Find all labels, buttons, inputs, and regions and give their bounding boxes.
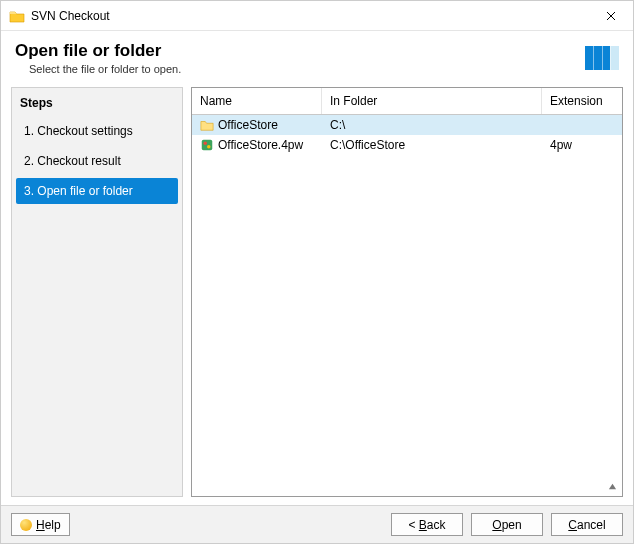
row-folder: C:\OfficeStore [322,138,542,152]
step-open-file-or-folder[interactable]: 3. Open file or folder [16,178,178,204]
steps-title: Steps [16,94,178,118]
row-name: OfficeStore.4pw [218,138,303,152]
scroll-up-icon[interactable] [605,479,620,494]
help-button-label-first: H [36,518,45,532]
column-header-folder[interactable]: In Folder [322,88,542,114]
table-row[interactable]: OfficeStore C:\ [192,115,622,135]
steps-sidebar: Steps 1. Checkout settings 2. Checkout r… [11,87,183,497]
page-title: Open file or folder [15,41,585,61]
svg-point-1 [204,142,208,146]
back-button[interactable]: < Back [391,513,463,536]
footer: Help < Back Open Cancel [1,505,633,543]
window-title: SVN Checkout [31,9,588,23]
column-header-name[interactable]: Name [192,88,322,114]
close-button[interactable] [588,1,633,31]
folder-icon [200,118,214,132]
file-list: Name In Folder Extension OfficeStore C:\ [191,87,623,497]
page-subtitle: Select the file or folder to open. [15,63,585,75]
help-icon [20,519,32,531]
open-button[interactable]: Open [471,513,543,536]
help-button[interactable]: Help [11,513,70,536]
step-checkout-settings[interactable]: 1. Checkout settings [16,118,178,144]
header: Open file or folder Select the file or f… [1,31,633,87]
help-button-label-rest: elp [45,518,61,532]
svg-point-2 [207,145,211,149]
cancel-button[interactable]: Cancel [551,513,623,536]
table-row[interactable]: OfficeStore.4pw C:\OfficeStore 4pw [192,135,622,155]
wizard-header-graphic [585,46,619,70]
row-name: OfficeStore [218,118,278,132]
titlebar: SVN Checkout [1,1,633,31]
column-header-extension[interactable]: Extension [542,88,622,114]
step-checkout-result[interactable]: 2. Checkout result [16,148,178,174]
file-icon [200,138,214,152]
app-folder-icon [9,8,25,24]
svg-rect-0 [202,140,213,151]
table-header: Name In Folder Extension [192,88,622,115]
row-folder: C:\ [322,118,542,132]
row-ext: 4pw [542,138,622,152]
